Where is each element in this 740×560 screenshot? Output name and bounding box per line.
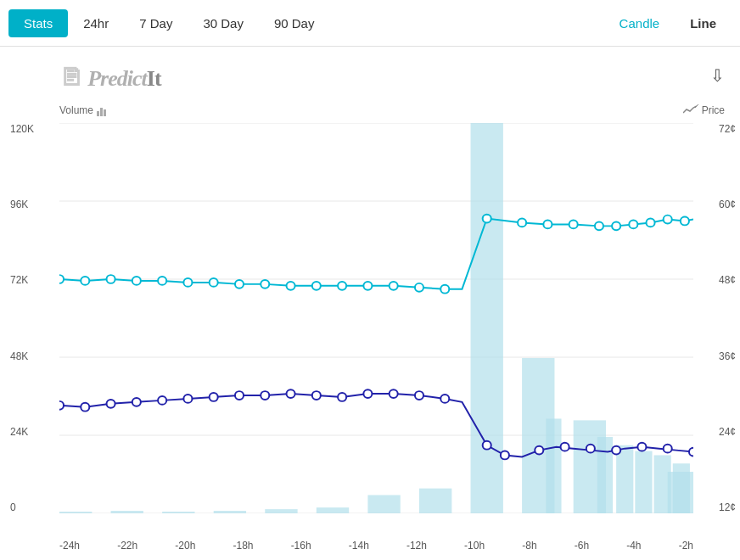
svg-rect-13 xyxy=(367,495,400,513)
svg-point-54 xyxy=(132,398,141,406)
svg-point-69 xyxy=(535,446,543,455)
svg-point-29 xyxy=(158,277,166,285)
y-right-48c: 48¢ xyxy=(719,274,736,286)
svg-point-64 xyxy=(390,389,398,398)
y-axis-left: 120K 96K 72K 48K 24K 0 xyxy=(10,123,34,513)
main-chart xyxy=(59,123,693,513)
svg-rect-11 xyxy=(265,509,297,513)
tab-7day[interactable]: 7 Day xyxy=(124,9,188,37)
svg-rect-19 xyxy=(597,437,613,513)
tab-90day[interactable]: 90 Day xyxy=(259,9,330,37)
svg-point-42 xyxy=(518,219,526,227)
svg-point-57 xyxy=(210,393,218,401)
download-button[interactable]: ⇩ xyxy=(710,65,725,86)
svg-rect-12 xyxy=(317,507,349,513)
svg-point-28 xyxy=(132,277,141,285)
svg-point-53 xyxy=(107,400,115,408)
chart-area: 🖹 PredictIt ⇩ Volume Price xyxy=(0,47,740,560)
svg-point-58 xyxy=(235,391,244,400)
svg-point-27 xyxy=(107,275,115,283)
x-label-14h: -14h xyxy=(349,540,369,552)
svg-point-50 xyxy=(681,217,689,226)
svg-point-63 xyxy=(363,389,372,398)
svg-point-71 xyxy=(586,445,595,453)
svg-rect-14 xyxy=(419,489,451,513)
x-label-8h: -8h xyxy=(522,540,536,552)
svg-point-35 xyxy=(312,282,321,290)
svg-point-40 xyxy=(440,285,449,294)
svg-point-34 xyxy=(287,282,295,290)
svg-point-55 xyxy=(158,396,166,405)
tab-line[interactable]: Line xyxy=(675,9,732,37)
svg-point-73 xyxy=(637,443,646,451)
svg-point-46 xyxy=(612,221,620,230)
svg-point-33 xyxy=(261,280,269,288)
x-axis: -24h -22h -20h -18h -16h -14h -12h -10h … xyxy=(59,540,693,552)
svg-rect-8 xyxy=(111,511,143,513)
svg-point-31 xyxy=(210,278,218,287)
predictit-logo: 🖹 PredictIt xyxy=(59,64,161,92)
svg-point-32 xyxy=(235,280,244,288)
svg-point-52 xyxy=(81,403,89,412)
svg-point-65 xyxy=(415,391,423,400)
svg-point-38 xyxy=(390,282,398,290)
tab-candle[interactable]: Candle xyxy=(604,9,676,37)
price-icon xyxy=(683,104,698,116)
y-right-72c: 72¢ xyxy=(719,123,736,135)
svg-point-43 xyxy=(543,221,552,229)
svg-point-45 xyxy=(595,221,603,230)
x-label-6h: -6h xyxy=(575,540,589,552)
svg-point-66 xyxy=(440,395,449,403)
svg-point-25 xyxy=(59,275,64,283)
top-nav: Stats 24hr 7 Day 30 Day 90 Day Candle Li… xyxy=(0,0,740,47)
svg-point-36 xyxy=(338,282,346,290)
y-left-96k: 96K xyxy=(10,199,34,210)
svg-point-49 xyxy=(664,216,672,224)
svg-point-26 xyxy=(81,277,89,285)
x-label-10h: -10h xyxy=(464,540,485,552)
x-label-2h: -2h xyxy=(679,540,693,552)
y-left-48k: 48K xyxy=(10,350,34,362)
svg-point-67 xyxy=(483,441,491,450)
x-label-16h: -16h xyxy=(291,540,311,552)
x-label-12h: -12h xyxy=(406,540,427,552)
svg-point-70 xyxy=(561,443,569,451)
y-left-120k: 120K xyxy=(10,123,34,135)
svg-rect-20 xyxy=(616,445,633,513)
x-label-20h: -20h xyxy=(175,540,195,552)
svg-rect-9 xyxy=(162,512,194,513)
y-left-72k: 72K xyxy=(10,274,34,286)
svg-rect-15 xyxy=(471,123,503,513)
y-right-24c: 24¢ xyxy=(719,426,736,438)
svg-rect-10 xyxy=(214,511,246,513)
y-left-0: 0 xyxy=(10,501,34,513)
svg-point-51 xyxy=(59,401,64,410)
y-right-36c: 36¢ xyxy=(719,350,736,362)
svg-point-48 xyxy=(646,219,654,227)
y-right-60c: 60¢ xyxy=(719,199,736,210)
svg-point-56 xyxy=(183,395,192,403)
svg-point-41 xyxy=(483,215,491,223)
tab-24hr[interactable]: 24hr xyxy=(68,9,124,37)
svg-point-74 xyxy=(664,445,672,453)
svg-rect-7 xyxy=(59,512,92,513)
svg-rect-17 xyxy=(546,418,561,513)
svg-point-61 xyxy=(312,391,321,400)
y-left-24k: 24K xyxy=(10,426,34,438)
svg-point-37 xyxy=(363,282,372,290)
svg-point-68 xyxy=(501,451,509,460)
svg-point-60 xyxy=(287,389,295,398)
tab-30day[interactable]: 30 Day xyxy=(188,9,259,37)
svg-point-75 xyxy=(689,448,693,456)
svg-point-47 xyxy=(629,221,637,229)
svg-point-59 xyxy=(261,391,269,400)
x-label-22h: -22h xyxy=(117,540,137,552)
y-right-12c: 12¢ xyxy=(719,501,736,513)
x-label-24h: -24h xyxy=(59,540,80,552)
x-label-4h: -4h xyxy=(626,540,641,552)
svg-point-62 xyxy=(338,393,346,401)
svg-rect-21 xyxy=(635,451,652,513)
tab-stats[interactable]: Stats xyxy=(8,9,68,37)
svg-point-30 xyxy=(183,278,192,287)
svg-rect-24 xyxy=(668,472,693,513)
